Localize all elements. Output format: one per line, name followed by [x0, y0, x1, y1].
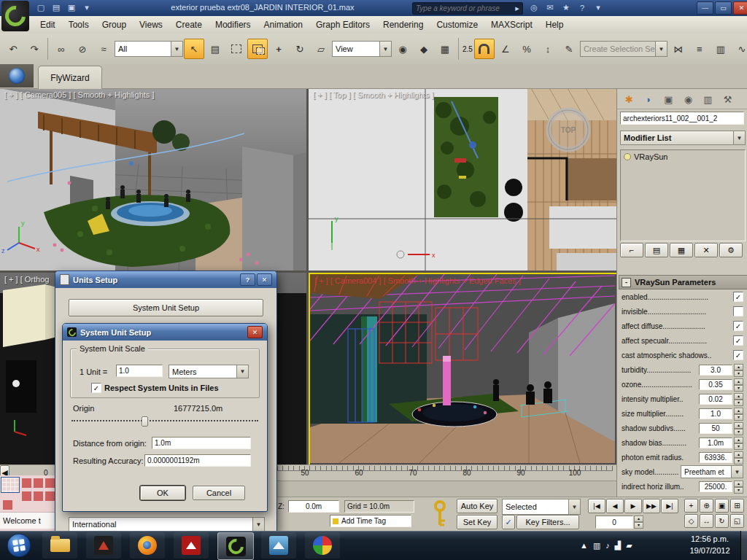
set-key-icon[interactable]	[427, 499, 452, 530]
play-button[interactable]: ▶	[624, 499, 642, 513]
select-object-button[interactable]: ↖	[184, 39, 204, 59]
go-to-end-button[interactable]: ▶|	[661, 499, 678, 513]
origin-slider-track[interactable]	[71, 420, 258, 430]
select-and-rotate-button[interactable]: ↻	[290, 39, 310, 59]
menu-edit[interactable]: Edit	[34, 18, 62, 32]
modify-tab-icon[interactable]: ◗	[640, 91, 658, 107]
orbit-button[interactable]: ↻	[715, 514, 729, 528]
action-center-tray-icon[interactable]: ▰	[626, 541, 632, 551]
window-crossing-toggle[interactable]	[247, 39, 268, 59]
lighting-units-dropdown[interactable]: International▼	[69, 517, 265, 532]
open-file-icon[interactable]: ▤	[49, 1, 63, 14]
taskbar-firefox[interactable]	[130, 532, 165, 559]
param-spinner-field[interactable]: 0.02	[699, 394, 732, 405]
layer-manager-button[interactable]: ▥	[711, 39, 731, 59]
viewport-label-orthographic[interactable]: [ + ] [ Orthog	[4, 275, 49, 284]
new-scene-icon[interactable]: ▢	[34, 1, 48, 14]
modifier-list-dropdown[interactable]: Modifier List▼	[620, 131, 746, 145]
menu-graph-editors[interactable]: Graph Editors	[309, 18, 376, 32]
object-name-field[interactable]: archexteriors11_002__001_2	[620, 112, 744, 125]
viewport-label-camera005[interactable]: [ + ] [ Camera005 ] [ Smooth + Highlight…	[4, 90, 154, 99]
menu-maxscript[interactable]: MAXScript	[484, 18, 539, 32]
param-spinner-field[interactable]: 50	[699, 423, 732, 434]
spinner-arrows[interactable]: ▴▾	[734, 481, 743, 492]
spinner-arrows[interactable]: ▴▾	[734, 378, 743, 390]
minimize-icon[interactable]: —	[697, 1, 713, 15]
undo-button[interactable]: ↶	[3, 39, 23, 59]
restore-icon[interactable]: ▭	[715, 1, 732, 15]
current-frame-field[interactable]: 0	[595, 516, 633, 529]
search-input[interactable]	[413, 4, 512, 12]
param-checkbox[interactable]: ✓	[733, 292, 743, 302]
help-icon[interactable]: ?	[575, 1, 589, 14]
pin-stack-button[interactable]: ⌐	[620, 243, 643, 257]
param-spinner-field[interactable]: 1.0	[699, 408, 732, 419]
key-filters-button[interactable]: Key Filters...	[516, 515, 579, 529]
set-key-button[interactable]: Set Key	[457, 515, 498, 529]
help-button[interactable]: ?	[240, 273, 255, 286]
create-tab-icon[interactable]: ✱	[620, 91, 638, 107]
param-checkbox[interactable]: ✓	[733, 321, 743, 331]
dropdown-arrow-icon[interactable]: ▼	[731, 466, 743, 478]
viewport-camera005[interactable]: y x z [ + ] [ Camera005 ] [ Smooth + Hig…	[0, 88, 306, 271]
align-button[interactable]: ≡	[689, 39, 710, 59]
unit-type-dropdown[interactable]: Meters▼	[169, 365, 249, 378]
dropdown-arrow-icon[interactable]: ▼	[236, 365, 248, 378]
select-and-manipulate-button[interactable]: ◆	[414, 39, 434, 59]
menu-tools[interactable]: Tools	[62, 18, 96, 32]
display-tab-icon[interactable]: ▥	[699, 91, 717, 107]
menu-create[interactable]: Create	[169, 18, 209, 32]
show-desktop-button[interactable]	[740, 531, 747, 560]
reference-coordinate-dropdown[interactable]: View▼	[332, 41, 392, 57]
origin-slider-thumb[interactable]	[142, 416, 148, 427]
edit-named-selections-button[interactable]: ✎	[559, 39, 579, 59]
selection-set-dropdown[interactable]: Selected▼	[502, 499, 581, 515]
add-time-tag[interactable]: Add Time Tag	[330, 515, 411, 527]
qat-more-icon[interactable]: ▾	[80, 1, 94, 14]
communication-center-icon[interactable]: ✉	[543, 1, 557, 14]
auto-key-button[interactable]: Auto Key	[457, 499, 498, 513]
zoom-extents-all-button[interactable]: ⊞	[730, 499, 744, 513]
unit-value-field[interactable]: 1.0	[116, 365, 163, 377]
taskbar-media-app[interactable]	[305, 532, 340, 559]
spinner-arrows[interactable]: ▴▾	[734, 393, 743, 405]
spinner-arrows[interactable]: ▴▾	[734, 451, 743, 463]
show-hidden-icons[interactable]: ▲	[580, 541, 588, 550]
dropdown-arrow-icon[interactable]: ▼	[252, 518, 264, 531]
cancel-button[interactable]: Cancel	[193, 486, 245, 500]
spinner-arrows[interactable]: ▴▾	[734, 437, 743, 448]
param-spinner-field[interactable]: 3.0	[699, 365, 732, 376]
viewport-compass[interactable]: TOP	[549, 110, 588, 149]
menu-modifiers[interactable]: Modifiers	[209, 18, 258, 32]
zoom-extents-button[interactable]: ▣	[715, 499, 729, 513]
frame-spinner-arrows[interactable]: ▴▾	[634, 516, 643, 529]
infocenter-search[interactable]: ▸	[412, 2, 523, 15]
maximize-viewport-button[interactable]: ◱	[730, 514, 744, 528]
angle-snap-button[interactable]: ∠	[495, 39, 516, 59]
make-unique-button[interactable]: ▦	[670, 243, 693, 257]
param-checkbox[interactable]	[733, 306, 743, 316]
viewport-label-top[interactable]: [ + ] [ Top ] [ Smooth + Highlights ]	[313, 90, 434, 99]
display-tray-icon[interactable]: ▥	[593, 541, 600, 551]
dropdown-arrow-icon[interactable]: ▼	[379, 42, 391, 56]
menu-customize[interactable]: Customize	[430, 18, 484, 32]
ok-button[interactable]: OK	[140, 486, 185, 500]
key-filter-check-icon[interactable]: ✓	[502, 515, 515, 529]
menu-views[interactable]: Views	[133, 18, 169, 32]
select-and-link-button[interactable]: ∞	[51, 39, 71, 59]
unlink-selection-button[interactable]: ⊘	[72, 39, 93, 59]
dropdown-arrow-icon[interactable]: ▼	[655, 42, 667, 56]
utilities-tab-icon[interactable]: ⚒	[719, 91, 737, 107]
system-unit-titlebar[interactable]: System Unit Setup ✕	[63, 324, 267, 341]
percent-snap-button[interactable]: %	[516, 39, 537, 59]
favorites-icon[interactable]: ★	[559, 1, 573, 14]
subscription-icon[interactable]: ◎	[527, 1, 541, 14]
dropdown-arrow-icon[interactable]: ▼	[568, 499, 580, 514]
taskbar-adobe-reader[interactable]	[174, 532, 209, 559]
param-spinner-field[interactable]: 63936.	[699, 452, 732, 463]
select-and-move-button[interactable]: +	[268, 39, 289, 59]
next-frame-button[interactable]: ▶▶	[643, 499, 660, 513]
remove-modifier-button[interactable]: ✕	[694, 243, 718, 257]
taskbar-autocad[interactable]	[86, 532, 121, 559]
start-button[interactable]	[4, 532, 34, 559]
